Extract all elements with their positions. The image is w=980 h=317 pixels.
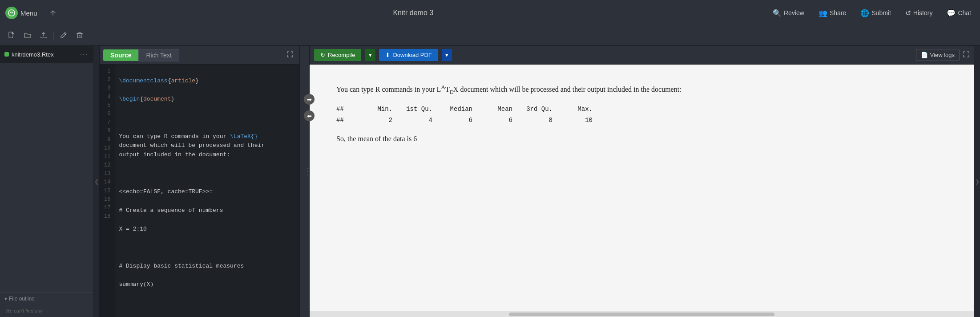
table-cell: 2 bbox=[352, 115, 392, 126]
tab-richtext[interactable]: Rich Text bbox=[138, 49, 179, 61]
table-cell: Mean bbox=[472, 104, 512, 115]
preview-scrollbar[interactable] bbox=[310, 311, 974, 317]
preview-right-collapse[interactable]: ❯ bbox=[974, 46, 980, 317]
review-icon: 🔍 bbox=[773, 9, 782, 17]
file-options-icon[interactable]: ⋯ bbox=[80, 49, 89, 59]
preview-pane: ↻ Recompile ▾ ⬇ Download PDF ▾ 📄 View lo… bbox=[310, 46, 974, 317]
code-line-7: # Create a sequence of numbers bbox=[119, 206, 296, 215]
view-logs-button[interactable]: 📄 View logs bbox=[916, 49, 960, 61]
file-item[interactable]: knitrdemo3.Rtex ⋯ bbox=[0, 46, 93, 63]
history-button[interactable]: ↺ History bbox=[902, 7, 936, 19]
top-navigation: Menu Knitr demo 3 🔍 Review 👥 Share 🌐 Sub… bbox=[0, 0, 980, 26]
preview-expand-button[interactable] bbox=[963, 51, 969, 59]
outline-message-text: We can't find any bbox=[5, 308, 43, 313]
table-cell: Median bbox=[432, 104, 472, 115]
outline-message: We can't find any bbox=[0, 305, 93, 317]
sidebar-bottom bbox=[0, 63, 93, 293]
code-line-11: summary(X) bbox=[119, 280, 296, 289]
filename: knitrdemo3.Rtex bbox=[12, 51, 77, 58]
submit-label: Submit bbox=[871, 9, 891, 16]
file-toolbar bbox=[0, 26, 980, 46]
file-outline-header[interactable]: ▾ File outline bbox=[0, 293, 93, 305]
code-editor[interactable]: 1 2 3 4 5 6 7 8 9 10 11 12 13 14 15 16 1… bbox=[100, 65, 299, 317]
chevron-left-icon: ❮ bbox=[94, 179, 99, 185]
new-file-button[interactable] bbox=[5, 30, 18, 42]
preview-paragraph-1: You can type R commands in your LATEX do… bbox=[336, 82, 947, 97]
submit-button[interactable]: 🌐 Submit bbox=[857, 7, 895, 19]
code-line-9 bbox=[119, 243, 296, 252]
svg-rect-2 bbox=[77, 33, 82, 38]
pencil-icon bbox=[60, 32, 67, 39]
chat-button[interactable]: 💬 Chat bbox=[943, 7, 975, 19]
share-label: Share bbox=[830, 9, 846, 16]
code-line-3 bbox=[119, 114, 296, 123]
submit-icon: 🌐 bbox=[860, 9, 869, 17]
chevron-down-icon-2: ▾ bbox=[445, 52, 448, 58]
resize-handle-dots: ⋮ bbox=[303, 166, 312, 177]
recompile-icon: ↻ bbox=[320, 52, 325, 58]
document-icon: 📄 bbox=[921, 52, 928, 58]
page-title: Knitr demo 3 bbox=[393, 9, 433, 17]
chevron-down-icon: ▾ bbox=[369, 52, 372, 58]
tab-richtext-label: Rich Text bbox=[146, 52, 171, 59]
expand-editor-button[interactable] bbox=[284, 49, 296, 61]
preview-toolbar-right: 📄 View logs bbox=[916, 49, 969, 61]
editor-tabs: Source Rich Text bbox=[100, 46, 299, 65]
preview-content: You can type R commands in your LATEX do… bbox=[310, 65, 974, 311]
folder-icon bbox=[24, 32, 31, 39]
table-cell: 8 bbox=[512, 115, 553, 126]
preview-toolbar: ↻ Recompile ▾ ⬇ Download PDF ▾ 📄 View lo… bbox=[310, 46, 974, 65]
editor-preview-divider[interactable]: ➡ ⬅ ⋮ bbox=[300, 46, 310, 317]
download-pdf-button[interactable]: ⬇ Download PDF bbox=[379, 49, 438, 61]
open-folder-button[interactable] bbox=[21, 30, 34, 42]
trash-icon bbox=[76, 32, 83, 39]
recompile-label: Recompile bbox=[328, 52, 355, 58]
code-line-12 bbox=[119, 299, 296, 308]
tab-source-label: Source bbox=[110, 52, 131, 59]
sidebar-collapse-handle[interactable]: ❮ bbox=[93, 46, 100, 317]
menu-button[interactable]: Menu bbox=[5, 7, 37, 19]
preview-paragraph-2: So, the mean of the data is 6 bbox=[336, 133, 947, 145]
history-icon: ↺ bbox=[905, 9, 911, 17]
code-line-4: You can type R commands in your \LaTeX{}… bbox=[119, 132, 296, 160]
nav-left: Menu bbox=[5, 7, 57, 19]
code-line-5 bbox=[119, 169, 296, 179]
horizontal-scrollbar-thumb[interactable] bbox=[509, 313, 774, 316]
review-button[interactable]: 🔍 Review bbox=[769, 7, 808, 19]
code-line-2: \begin{document} bbox=[119, 95, 296, 104]
table-cell: 6 bbox=[432, 115, 472, 126]
code-line-10: # Display basic statistical measures bbox=[119, 262, 296, 271]
file-sidebar: knitrdemo3.Rtex ⋯ ▾ File outline We can'… bbox=[0, 46, 93, 317]
expand-right-button[interactable]: ➡ bbox=[304, 94, 315, 105]
table-cell: 6 bbox=[472, 115, 512, 126]
delete-button[interactable] bbox=[73, 30, 86, 42]
recompile-button[interactable]: ↻ Recompile bbox=[314, 49, 361, 61]
new-file-icon bbox=[8, 32, 15, 39]
table-row-data: ## 2 4 6 6 8 10 bbox=[336, 115, 947, 126]
table-cell: ## bbox=[336, 104, 352, 115]
line-numbers: 1 2 3 4 5 6 7 8 9 10 11 12 13 14 15 16 1… bbox=[100, 65, 115, 317]
code-content[interactable]: \documentclass{article} \begin{document}… bbox=[115, 65, 299, 317]
title-text: Knitr demo 3 bbox=[393, 9, 433, 17]
download-dropdown-button[interactable]: ▾ bbox=[442, 49, 452, 61]
upload-button[interactable] bbox=[37, 30, 50, 42]
history-label: History bbox=[913, 9, 933, 16]
editor-pane: Source Rich Text 1 2 3 4 5 6 7 bbox=[100, 46, 300, 317]
table-cell: Max. bbox=[553, 104, 593, 115]
table-cell: 10 bbox=[553, 115, 593, 126]
toolbar-divider bbox=[53, 32, 54, 41]
svg-point-0 bbox=[8, 10, 15, 16]
edit-button[interactable] bbox=[57, 30, 70, 42]
table-cell: ## bbox=[336, 115, 352, 126]
upload-icon bbox=[40, 32, 47, 39]
download-label: Download PDF bbox=[393, 52, 432, 58]
nav-right: 🔍 Review 👥 Share 🌐 Submit ↺ History 💬 Ch… bbox=[769, 7, 975, 19]
table-cell: 4 bbox=[392, 115, 432, 126]
code-line-6: <<echo=FALSE, cache=TRUE>>= bbox=[119, 187, 296, 197]
expand-left-button[interactable]: ⬅ bbox=[304, 110, 315, 121]
recompile-dropdown-button[interactable]: ▾ bbox=[365, 49, 375, 61]
code-line-1: \documentclass{article} bbox=[119, 77, 296, 86]
review-label: Review bbox=[784, 9, 804, 16]
share-button[interactable]: 👥 Share bbox=[815, 7, 850, 19]
tab-source[interactable]: Source bbox=[103, 49, 138, 61]
